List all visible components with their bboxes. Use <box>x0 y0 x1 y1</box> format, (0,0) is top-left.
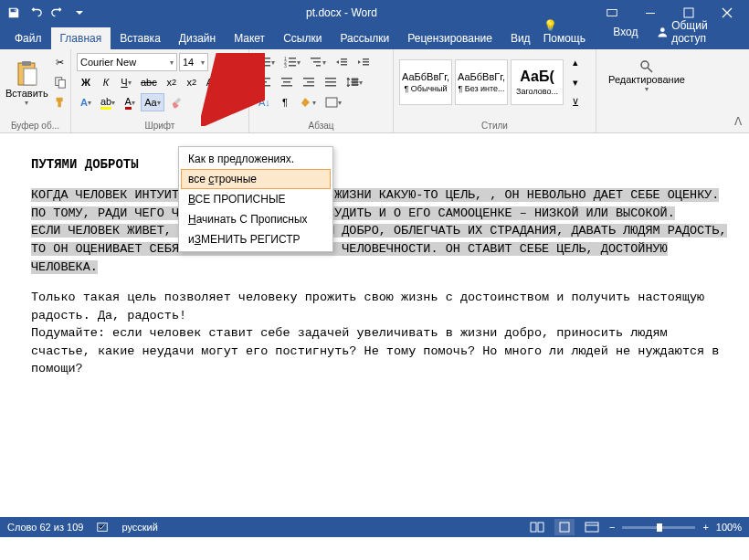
language[interactable]: русский <box>121 522 157 533</box>
font-color-icon[interactable]: A▾ <box>121 93 139 111</box>
collapse-ribbon-icon[interactable]: ᐱ <box>731 114 745 129</box>
underline-icon[interactable]: Ч▾ <box>117 73 135 91</box>
font-name-select[interactable]: Courier New▾ <box>77 53 177 71</box>
borders-icon[interactable]: ▾ <box>322 93 345 111</box>
superscript-icon[interactable]: x2 <box>183 73 201 91</box>
subscript-icon[interactable]: x2 <box>163 73 181 91</box>
redo-icon[interactable] <box>47 3 68 23</box>
copy-icon[interactable] <box>50 73 70 91</box>
share-button[interactable]: Общий доступ <box>651 16 744 48</box>
font-name-value: Courier New <box>80 57 136 68</box>
svg-rect-29 <box>281 85 292 87</box>
window-title: pt.docx - Word <box>90 6 594 19</box>
styles-more-icon[interactable]: ⊻ <box>566 93 585 111</box>
cut-icon[interactable]: ✂ <box>50 53 70 71</box>
signin[interactable]: Вход <box>609 21 641 43</box>
tab-layout[interactable]: Макет <box>225 27 274 49</box>
print-layout-icon[interactable] <box>554 519 575 535</box>
shrink-font-icon[interactable]: A▾ <box>203 73 221 91</box>
bullets-icon[interactable]: ▾ <box>255 53 279 71</box>
align-right-icon[interactable] <box>299 73 319 91</box>
svg-rect-1 <box>646 13 655 14</box>
change-case-button[interactable]: Aa▾ <box>141 93 164 111</box>
svg-rect-14 <box>263 65 270 67</box>
highlight-icon[interactable]: ab▾ <box>97 93 119 111</box>
svg-rect-25 <box>259 81 267 83</box>
decrease-indent-icon[interactable] <box>332 53 352 71</box>
svg-rect-22 <box>313 61 321 63</box>
svg-rect-6 <box>24 69 37 85</box>
tab-file[interactable]: Файл <box>5 27 51 49</box>
zoom-slider[interactable] <box>622 526 695 529</box>
tab-references[interactable]: Ссылки <box>274 27 331 49</box>
grow-font-icon[interactable]: A▴ <box>210 53 228 71</box>
tab-design[interactable]: Дизайн <box>170 27 225 49</box>
svg-point-37 <box>641 61 649 69</box>
svg-rect-42 <box>585 523 598 532</box>
increase-indent-icon[interactable] <box>353 53 374 71</box>
styles-down-icon[interactable]: ▾ <box>566 73 585 91</box>
menu-uppercase[interactable]: ВСЕ ПРОПИСНЫЕ <box>181 189 331 209</box>
justify-icon[interactable] <box>321 73 341 91</box>
statusbar: Слово 62 из 109 русский − + 100% <box>0 517 749 537</box>
style-preview: АаБ( <box>520 69 554 85</box>
svg-rect-8 <box>58 79 65 88</box>
styles-up-icon[interactable]: ▴ <box>566 53 585 71</box>
sort-icon[interactable]: A↓ <box>255 93 274 111</box>
svg-rect-39 <box>531 523 536 532</box>
line-spacing-icon[interactable]: ▾ <box>343 73 366 91</box>
qat-customize-icon[interactable] <box>69 3 90 23</box>
style-normal[interactable]: АаБбВвГг, ¶ Обычный <box>399 59 452 105</box>
word-count[interactable]: Слово 62 из 109 <box>7 522 83 533</box>
web-layout-icon[interactable] <box>582 519 602 535</box>
svg-rect-10 <box>263 58 270 59</box>
ribbon-tabs: Файл Главная Вставка Дизайн Макет Ссылки… <box>0 26 749 49</box>
tab-mailings[interactable]: Рассылки <box>331 27 398 49</box>
align-center-icon[interactable] <box>277 73 297 91</box>
svg-rect-20 <box>289 65 296 67</box>
italic-icon[interactable]: К <box>97 73 115 91</box>
group-clipboard: Вставить ▾ ✂ Буфер об... <box>0 49 71 132</box>
bold-icon[interactable]: Ж <box>77 73 95 91</box>
menu-capitalize[interactable]: Начинать С Прописных <box>181 209 331 229</box>
style-nospacing[interactable]: АаБбВвГг, ¶ Без инте... <box>455 59 508 105</box>
multilevel-icon[interactable]: ▾ <box>306 53 330 71</box>
strike-icon[interactable]: abc <box>137 73 161 91</box>
svg-rect-28 <box>283 81 290 83</box>
editing-button[interactable]: Редактирование ▾ <box>602 53 691 99</box>
paste-button[interactable]: Вставить ▾ <box>5 53 48 113</box>
shading-icon[interactable]: ▾ <box>296 93 320 111</box>
tab-insert[interactable]: Вставка <box>111 27 170 49</box>
proofing-icon[interactable] <box>96 521 109 534</box>
menu-lowercase[interactable]: все строчные <box>181 169 331 189</box>
undo-icon[interactable] <box>26 3 46 23</box>
svg-rect-12 <box>263 61 270 63</box>
tab-review[interactable]: Рецензирование <box>398 27 501 49</box>
menu-toggle-case[interactable]: иЗМЕНИТЬ РЕГИСТР <box>181 229 331 249</box>
zoom-level[interactable]: 100% <box>716 522 742 533</box>
numbering-icon[interactable]: 123▾ <box>280 53 304 71</box>
zoom-out-icon[interactable]: − <box>609 522 615 533</box>
save-icon[interactable] <box>4 3 24 23</box>
svg-rect-41 <box>560 523 569 532</box>
text-effects-icon[interactable]: A▾ <box>77 93 95 111</box>
zoom-thumb[interactable] <box>657 523 662 532</box>
svg-rect-21 <box>311 58 321 59</box>
show-marks-icon[interactable]: ¶ <box>276 93 294 111</box>
group-paragraph: ▾ 123▾ ▾ ▾ A↓ ¶ ▾ ▾ Абзац <box>249 49 394 132</box>
font-size-select[interactable]: 14▾ <box>179 53 208 71</box>
style-heading1[interactable]: АаБ( Заголово... <box>511 59 564 105</box>
zoom-in-icon[interactable]: + <box>702 522 708 533</box>
format-painter-icon[interactable] <box>50 93 70 111</box>
tell-me[interactable]: 💡 Помощь <box>540 15 601 49</box>
tab-home[interactable]: Главная <box>51 27 111 49</box>
doc-paragraph: Подумайте: если человек ставит себе зада… <box>31 324 731 378</box>
read-mode-icon[interactable] <box>527 519 547 535</box>
tab-view[interactable]: Вид <box>501 27 540 49</box>
svg-rect-23 <box>316 65 321 67</box>
doc-paragraph: ЕСЛИ ЧЕЛОВЕК ЖИВЕТ, ЧТОБЫ ПРИНОСИТЬ ЛЮДЯ… <box>31 222 731 276</box>
clear-formatting-icon[interactable] <box>166 93 186 111</box>
document-area[interactable]: ПУТЯМИ ДОБРОТЫ КОГДА ЧЕЛОВЕК ИНТУИТИВНО … <box>0 133 749 517</box>
align-left-icon[interactable] <box>255 73 275 91</box>
menu-sentence-case[interactable]: Как в предложениях. <box>181 149 331 169</box>
